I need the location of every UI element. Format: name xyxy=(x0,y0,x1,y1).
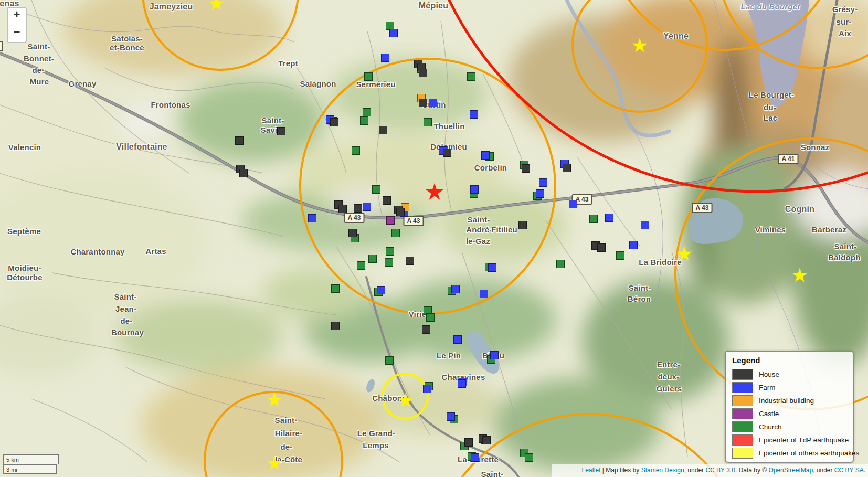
marker-house[interactable] xyxy=(354,204,362,213)
marker-house[interactable] xyxy=(330,118,338,126)
legend-row: Castle xyxy=(732,407,846,420)
place-label: de- xyxy=(120,316,132,325)
legend-swatch xyxy=(732,408,753,419)
marker-church[interactable] xyxy=(391,229,400,237)
marker-church[interactable] xyxy=(589,215,598,223)
marker-church[interactable] xyxy=(364,72,373,81)
marker-house[interactable] xyxy=(419,99,427,107)
marker-house[interactable] xyxy=(464,438,473,447)
marker-farm[interactable] xyxy=(381,54,389,62)
marker-church[interactable] xyxy=(556,260,565,268)
marker-house[interactable] xyxy=(239,169,248,177)
marker-church[interactable] xyxy=(372,185,380,194)
map-viewport[interactable]: enasJameyzieuSatolas-et-BonceSaint-Bonne… xyxy=(0,0,868,477)
marker-farm[interactable] xyxy=(488,263,496,272)
marker-farm[interactable] xyxy=(629,241,638,249)
place-label: Sonnaz xyxy=(801,143,830,152)
marker-house[interactable] xyxy=(396,208,405,216)
marker-church[interactable] xyxy=(360,116,368,125)
place-label: Mépieu xyxy=(419,1,448,10)
marker-house[interactable] xyxy=(383,196,391,205)
marker-farm[interactable] xyxy=(536,189,544,198)
attribution-text: | Map tiles by xyxy=(600,467,641,474)
place-label: Saint- xyxy=(262,116,284,125)
marker-farm[interactable] xyxy=(453,335,462,344)
legend-row: Farm xyxy=(732,381,846,394)
place-label: Baldoph xyxy=(828,253,860,262)
marker-house[interactable] xyxy=(563,164,571,172)
marker-church[interactable] xyxy=(386,247,394,256)
place-label: du- xyxy=(764,103,776,112)
attribution-bar: Leaflet | Map tiles by Stamen Design, un… xyxy=(552,464,868,477)
marker-farm[interactable] xyxy=(377,286,385,294)
marker-farm[interactable] xyxy=(471,453,479,462)
place-label: le-Gaz xyxy=(466,237,490,246)
marker-house[interactable] xyxy=(422,325,430,334)
marker-house[interactable] xyxy=(338,205,347,213)
marker-church[interactable] xyxy=(424,118,432,126)
marker-church[interactable] xyxy=(368,255,377,263)
attribution-text: . xyxy=(864,467,865,474)
marker-farm[interactable] xyxy=(363,203,371,211)
marker-farm[interactable] xyxy=(429,99,437,107)
legend-label: Castle xyxy=(759,410,779,418)
legend-row: Epicenter of TdP earthquake xyxy=(732,433,846,447)
marker-church[interactable] xyxy=(426,313,435,322)
marker-house[interactable] xyxy=(406,257,414,265)
place-label: Lac du Bourget xyxy=(741,2,800,11)
marker-farm[interactable] xyxy=(569,200,577,208)
marker-house[interactable] xyxy=(379,126,387,134)
attribution-link[interactable]: Leaflet xyxy=(581,467,600,474)
marker-church[interactable] xyxy=(363,108,371,116)
marker-church[interactable] xyxy=(616,251,624,260)
attribution-link[interactable]: CC BY SA xyxy=(834,467,864,474)
marker-house[interactable] xyxy=(443,149,451,157)
marker-church[interactable] xyxy=(331,284,340,293)
attribution-link[interactable]: OpenStreetMap xyxy=(768,467,813,474)
legend-panel: Legend HouseFarmIndustrial buildingCastl… xyxy=(725,351,854,463)
marker-house[interactable] xyxy=(522,164,530,173)
marker-farm[interactable] xyxy=(308,214,316,222)
marker-house[interactable] xyxy=(597,243,606,252)
marker-church[interactable] xyxy=(385,258,393,267)
road-shield: A 43 xyxy=(344,213,365,223)
zoom-in-button[interactable]: + xyxy=(8,8,26,25)
marker-church[interactable] xyxy=(467,72,475,81)
marker-farm[interactable] xyxy=(539,178,547,187)
marker-house[interactable] xyxy=(518,221,527,229)
marker-farm[interactable] xyxy=(470,185,479,194)
attribution-link[interactable]: Stamen Design xyxy=(641,467,684,474)
marker-farm[interactable] xyxy=(490,351,499,359)
marker-farm[interactable] xyxy=(423,385,431,393)
marker-church[interactable] xyxy=(352,146,360,155)
marker-farm[interactable] xyxy=(641,221,649,229)
marker-house[interactable] xyxy=(277,127,285,135)
scale-control: 5 km 3 mi xyxy=(3,454,59,474)
place-label: Septème xyxy=(7,227,41,236)
place-label: Jameyzieu xyxy=(150,2,193,12)
marker-castle[interactable] xyxy=(386,216,395,225)
marker-church[interactable] xyxy=(357,261,365,270)
marker-farm[interactable] xyxy=(447,412,455,421)
marker-house[interactable] xyxy=(419,69,427,77)
marker-farm[interactable] xyxy=(470,110,478,119)
scale-mi: 3 mi xyxy=(3,464,57,474)
place-label: Salagnon xyxy=(300,79,336,88)
marker-farm[interactable] xyxy=(481,151,490,160)
place-label: Fitilieu xyxy=(491,225,517,234)
place-label: sur- xyxy=(836,17,851,26)
marker-farm[interactable] xyxy=(389,29,398,37)
attribution-link[interactable]: CC BY 3.0 xyxy=(705,467,735,474)
marker-farm[interactable] xyxy=(451,285,460,293)
marker-farm[interactable] xyxy=(480,290,488,298)
marker-farm[interactable] xyxy=(458,379,466,388)
place-label: Satolas- xyxy=(111,34,143,43)
marker-house[interactable] xyxy=(331,322,340,330)
marker-church[interactable] xyxy=(385,356,394,365)
marker-farm[interactable] xyxy=(605,214,613,222)
marker-house[interactable] xyxy=(348,229,357,237)
marker-church[interactable] xyxy=(525,453,533,462)
zoom-out-button[interactable]: − xyxy=(8,25,26,42)
marker-house[interactable] xyxy=(235,136,244,145)
marker-house[interactable] xyxy=(482,436,491,444)
